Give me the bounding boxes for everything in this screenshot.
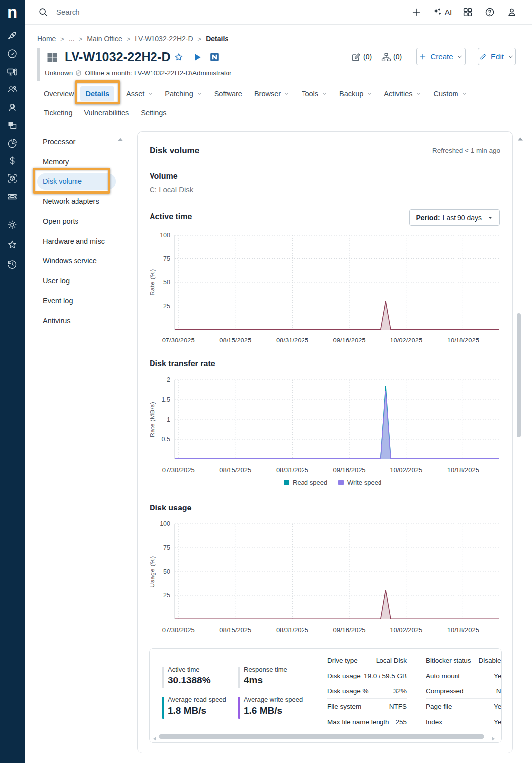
create-button[interactable]: Create	[416, 48, 466, 65]
tab-ticketing[interactable]: Ticketing	[44, 109, 72, 117]
tab-backup[interactable]: Backup	[339, 90, 372, 98]
breadcrumb-item[interactable]: Home	[37, 35, 56, 43]
nav-item-processor[interactable]: Processor	[37, 132, 116, 152]
tabs-divider	[37, 122, 514, 122]
svg-text:10/18/2025: 10/18/2025	[447, 337, 479, 344]
annotation-details-tab	[75, 80, 120, 104]
svg-text:08/31/2025: 08/31/2025	[276, 337, 308, 344]
tab-custom[interactable]: Custom	[434, 90, 467, 98]
org-tree-icon[interactable]	[381, 52, 392, 65]
info-row-drive-type: Drive typeLocal Disk	[327, 653, 407, 668]
pie-chart-icon[interactable]	[6, 137, 18, 149]
breadcrumb-separator: >	[60, 35, 64, 43]
hscroll-right-icon[interactable]	[491, 734, 495, 743]
support-icon[interactable]	[6, 101, 18, 113]
tab-software[interactable]: Software	[214, 90, 242, 98]
tab-overview[interactable]: Overview	[44, 90, 74, 98]
apps-grid-icon[interactable]	[462, 7, 473, 20]
cube-scan-icon[interactable]	[6, 172, 18, 184]
tab-settings[interactable]: Settings	[141, 109, 166, 117]
rocket-icon[interactable]	[6, 30, 18, 42]
chevron-down-icon	[416, 91, 422, 97]
history-icon[interactable]	[6, 258, 18, 270]
active-time-heading: Active time	[150, 212, 192, 221]
tab-activities[interactable]: Activities	[384, 90, 421, 98]
ai-sparkle-icon[interactable]	[431, 7, 442, 20]
info-row-compressed: CompressedNo	[426, 683, 502, 699]
svg-text:50: 50	[163, 279, 170, 286]
search-input[interactable]: Search	[56, 8, 80, 16]
svg-text:10/02/2025: 10/02/2025	[390, 466, 422, 474]
chevron-down-icon	[366, 91, 372, 97]
tab-patching[interactable]: Patching	[165, 90, 202, 98]
star-icon[interactable]	[6, 239, 18, 251]
sidebar-divider	[0, 214, 25, 214]
transfer-rate-heading: Disk transfer rate	[150, 359, 215, 368]
favorite-star-icon[interactable]	[173, 52, 184, 63]
app-sidebar: n	[0, 0, 25, 763]
svg-text:Write speed: Write speed	[347, 479, 381, 486]
svg-text:09/16/2025: 09/16/2025	[333, 466, 366, 474]
tab-asset[interactable]: Asset	[126, 90, 153, 98]
devices-icon[interactable]	[6, 66, 18, 78]
nav-item-network-adapters[interactable]: Network adapters	[37, 191, 116, 211]
info-row-max-file-name-length: Max file name length255	[327, 714, 407, 730]
stats-panel: Active time30.1388%Response time4msAvera…	[149, 648, 502, 743]
stat-average-write-speed: Average write speed1.6 MB/s	[238, 696, 313, 720]
details-left-nav: ProcessorMemoryDisk volumeNetwork adapte…	[37, 132, 116, 331]
breadcrumb-item[interactable]: LV-W1032-22H2-D	[135, 35, 193, 43]
windows-stack-icon[interactable]	[6, 119, 18, 131]
search-icon[interactable]	[38, 7, 49, 20]
period-dropdown[interactable]: Period: Last 90 days	[409, 209, 500, 226]
svg-text:50: 50	[163, 568, 170, 575]
help-icon[interactable]	[484, 7, 495, 20]
content-scrollbar-thumb[interactable]	[517, 313, 521, 437]
breadcrumb-item[interactable]: ...	[69, 35, 75, 43]
notes-edit-icon[interactable]	[351, 52, 362, 65]
nav-item-windows-service[interactable]: Windows service	[37, 251, 116, 271]
offline-text: Offline a month: LV-W1032-22H2-D\Adminis…	[85, 69, 231, 77]
tab-browser[interactable]: Browser	[254, 90, 290, 98]
hscroll-left-icon[interactable]	[153, 734, 157, 743]
svg-text:2: 2	[167, 376, 170, 383]
nav-item-open-ports[interactable]: Open ports	[37, 211, 116, 231]
users-icon[interactable]	[6, 84, 18, 95]
svg-text:1.5: 1.5	[162, 396, 170, 403]
dollar-icon[interactable]	[6, 155, 18, 167]
notes-count[interactable]: (0)	[363, 53, 372, 61]
info-row-page-file: Page fileYes	[426, 699, 502, 714]
info-row-auto-mount: Auto mountYes	[426, 668, 502, 683]
nav-item-user-log[interactable]: User log	[37, 271, 116, 291]
breadcrumb-item[interactable]: Main Office	[87, 35, 122, 43]
svg-text:25: 25	[163, 303, 170, 310]
ticket-icon[interactable]	[6, 190, 18, 202]
nav-item-event-log[interactable]: Event log	[37, 291, 116, 311]
info-row-disk-usage-: Disk usage %32%	[327, 683, 407, 699]
disk-usage-chart: 255075100Usage (%)07/30/202508/15/202508…	[148, 518, 501, 634]
content-scroll-up-icon[interactable]	[517, 134, 523, 143]
device-title: LV-W1032-22H2-D	[65, 50, 171, 64]
svg-text:Read speed: Read speed	[293, 479, 327, 486]
svg-text:75: 75	[163, 544, 170, 551]
tab-tools[interactable]: Tools	[302, 90, 327, 98]
add-icon[interactable]	[411, 7, 422, 20]
ninja-logo[interactable]: n	[0, 2, 25, 23]
chevron-down-icon	[147, 91, 153, 97]
user-icon[interactable]	[506, 7, 517, 20]
gear-icon[interactable]	[6, 219, 18, 231]
nav-item-hardware-and-misc[interactable]: Hardware and misc	[37, 231, 116, 251]
hscroll-thumb[interactable]	[159, 734, 484, 739]
svg-text:10/18/2025: 10/18/2025	[447, 626, 479, 634]
disk-info-table-1: Drive typeLocal DiskDisk usage19.0 / 59.…	[327, 653, 407, 730]
remote-connect-icon[interactable]	[209, 52, 220, 62]
run-play-icon[interactable]	[192, 52, 202, 62]
nav-item-antivirus[interactable]: Antivirus	[37, 311, 116, 331]
svg-text:09/16/2025: 09/16/2025	[333, 626, 366, 634]
tab-vulnerabilities[interactable]: Vulnerabilities	[84, 109, 129, 117]
edit-button[interactable]: Edit	[478, 48, 516, 65]
gauge-icon[interactable]	[6, 48, 18, 60]
leftnav-scroll-up-icon[interactable]	[117, 135, 123, 144]
ai-label[interactable]: AI	[445, 8, 452, 16]
org-count[interactable]: (0)	[393, 53, 402, 61]
svg-text:09/16/2025: 09/16/2025	[333, 337, 366, 344]
